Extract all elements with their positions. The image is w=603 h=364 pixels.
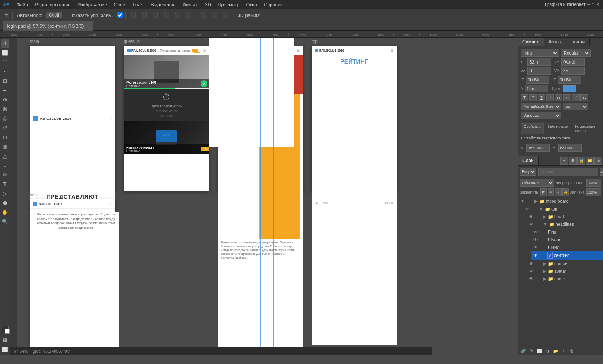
gradient-tool[interactable]: ▦ xyxy=(1,142,9,151)
screen-mode-btn[interactable]: ⬜ xyxy=(1,345,9,354)
align-top[interactable]: ⬛ xyxy=(162,12,171,19)
quest-item-1[interactable]: Фотография с HR Описание ✓ xyxy=(124,55,209,89)
underline-btn[interactable]: T xyxy=(538,94,545,101)
layer-headlines[interactable]: 👁 ▼ 📁 headlines xyxy=(527,220,603,228)
layer-ime[interactable]: 👁 T Имя xyxy=(531,243,603,251)
group-layers-btn[interactable]: 📁 xyxy=(552,347,559,354)
superscript-btn[interactable]: T¹ xyxy=(572,94,580,101)
ps-logo[interactable]: Ps xyxy=(3,2,10,8)
crop-tool[interactable]: ⊡ xyxy=(1,77,9,85)
color-swatch[interactable] xyxy=(563,85,576,92)
align-left[interactable]: ⬛ xyxy=(128,12,138,19)
quest-item-2[interactable]: ⏱ Время закончилось Название квеста Опис… xyxy=(124,89,209,121)
top-menu-icon[interactable]: ≡ xyxy=(391,48,393,53)
layer-search[interactable] xyxy=(538,168,598,176)
show-transform-check[interactable] xyxy=(117,12,123,18)
layer-name-folder[interactable]: 👁 ▶ 📁 name xyxy=(527,275,603,283)
x-input[interactable] xyxy=(526,144,550,152)
layer-avatar[interactable]: 👁 ▶ 📁 avatar xyxy=(527,267,603,275)
menu-text[interactable]: Текст xyxy=(132,2,144,7)
menu-help[interactable]: Справка xyxy=(264,2,282,7)
new-layer-btn[interactable]: + xyxy=(560,157,568,165)
opacity-input[interactable] xyxy=(586,179,601,187)
del-layer-btn[interactable]: 🗑 xyxy=(569,157,577,165)
eye-reiting[interactable]: 👁 xyxy=(533,252,539,258)
tracking-input[interactable] xyxy=(561,67,585,75)
eye-name-folder[interactable]: 👁 xyxy=(528,276,534,282)
heal-tool[interactable]: ⊕ xyxy=(1,95,9,104)
layer-reiting[interactable]: 👁 T рейтинг xyxy=(531,251,603,260)
sub-tab-comp[interactable]: Композиция слоев xyxy=(572,123,600,134)
layer-mood-board[interactable]: 👁 ▶ 📁 mood board xyxy=(518,197,603,205)
align-right[interactable]: ⬛ xyxy=(151,12,160,19)
show-active[interactable]: Показывать активные xyxy=(160,49,201,53)
marquee-tool[interactable]: ⬜ xyxy=(1,49,9,57)
close-btn[interactable]: ✕ xyxy=(596,2,600,7)
maximize-btn[interactable]: □ xyxy=(592,2,594,7)
clone-tool[interactable]: ⎙ xyxy=(1,114,9,123)
menu-file[interactable]: Файл xyxy=(17,2,28,7)
blend-mode-select[interactable]: Обычные xyxy=(520,179,554,187)
italic-btn[interactable]: T xyxy=(529,94,537,101)
group-btn[interactable]: 📁 xyxy=(586,157,594,165)
aa-select[interactable]: аа xyxy=(563,103,588,110)
toggle-switch[interactable] xyxy=(192,49,201,53)
lock-image[interactable]: ✏ xyxy=(548,188,554,196)
leading-input[interactable] xyxy=(561,58,585,66)
scale-v-input[interactable] xyxy=(558,76,581,84)
layer-number[interactable]: 👁 ▶ 📁 number xyxy=(527,260,603,267)
tab-symbol[interactable]: Символ xyxy=(518,38,544,46)
lang-select[interactable]: Английский: Бел... xyxy=(521,103,561,110)
artboard-info[interactable]: info RAILSCLUB 2016 ≡ Внимательно прочти… xyxy=(30,199,115,344)
move-tool[interactable]: ✛ xyxy=(1,39,9,48)
eraser-tool[interactable]: ◻ xyxy=(1,133,9,142)
quest-menu-icon[interactable]: ≡ xyxy=(203,48,206,53)
brush-tool[interactable]: ⌘ xyxy=(1,105,9,113)
allcaps-btn[interactable]: TT xyxy=(555,94,562,101)
zoom-tool[interactable]: 🔍 xyxy=(1,217,9,226)
layer-nr[interactable]: 👁 T № xyxy=(531,228,603,236)
layer-balls[interactable]: 👁 T Баллы xyxy=(531,236,603,243)
blur-tool[interactable]: △ xyxy=(1,152,9,160)
lock-transparent[interactable]: ◩ xyxy=(540,188,547,196)
eye-balls[interactable]: 👁 xyxy=(533,237,539,243)
tab-paragraph[interactable]: Абзац xyxy=(544,38,566,46)
new-layer-btn2[interactable]: + xyxy=(560,347,567,354)
eye-mood-board[interactable]: 👁 xyxy=(520,198,526,204)
menu-edit[interactable]: Редактирование xyxy=(35,2,71,7)
pen-tool[interactable]: ✏ xyxy=(1,170,9,179)
layer-head[interactable]: 👁 ▶ 📁 head xyxy=(527,213,603,220)
distribute2[interactable]: ⬛ xyxy=(210,12,219,19)
eye-head[interactable]: 👁 xyxy=(528,214,534,220)
sub-tab-libs[interactable]: Библиотеки xyxy=(545,123,571,134)
y-input[interactable] xyxy=(558,144,582,152)
smallcaps-btn[interactable]: Tt xyxy=(563,94,571,101)
adj-btn[interactable]: ◑ xyxy=(544,347,551,354)
sub-tab-props[interactable]: Свойства xyxy=(521,123,544,134)
card-menu-icon[interactable]: ≡ xyxy=(297,48,300,53)
canvas-area[interactable]: main RAILSCLUB 2016 ≡ ПРЕДСТАВЛЯЮТ Прими… xyxy=(10,38,518,355)
bold-btn[interactable]: T xyxy=(521,94,528,101)
subscript-btn[interactable]: T₁ xyxy=(580,94,588,101)
minimize-btn[interactable]: ─ xyxy=(587,2,590,7)
menu-image[interactable]: Изображение xyxy=(78,2,107,7)
align-center-h[interactable]: ⬛ xyxy=(140,12,149,19)
font-size-input[interactable] xyxy=(527,58,551,66)
tab-glyphs[interactable]: Глифы xyxy=(566,38,590,46)
eye-nr[interactable]: 👁 xyxy=(533,229,539,235)
scale-h-input[interactable] xyxy=(526,76,549,84)
eye-avatar[interactable]: 👁 xyxy=(528,268,534,274)
link-layers-btn[interactable]: 🔗 xyxy=(520,347,527,354)
align-center-v[interactable]: ⬛ xyxy=(173,12,182,19)
eye-top[interactable]: 👁 xyxy=(524,206,530,212)
lock-pos[interactable]: ✛ xyxy=(555,188,561,196)
quick-select-tool[interactable]: ⚬ xyxy=(1,67,9,76)
artboard-quest-card[interactable]: quest card RAILSCLUB 2016 ≡ 👑 xyxy=(218,46,303,191)
auto-select-type[interactable]: Слой xyxy=(46,12,62,18)
align-bottom[interactable]: ⬛ xyxy=(184,12,193,19)
layer-filter-btn[interactable]: ≡ xyxy=(600,168,603,176)
style-btn[interactable]: fx xyxy=(594,157,602,165)
eyedropper-tool[interactable]: ✒ xyxy=(1,86,9,95)
dodge-tool[interactable]: ○ xyxy=(1,161,9,170)
quest-item-3[interactable]: </> Название квеста Описание +5 xyxy=(124,121,209,154)
